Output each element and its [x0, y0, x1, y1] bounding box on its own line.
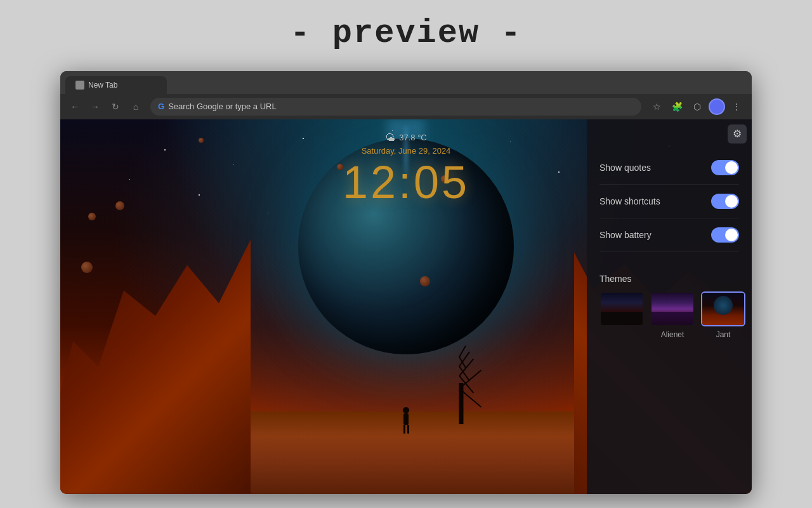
home-button[interactable]: ⌂	[128, 98, 144, 115]
star	[164, 149, 166, 150]
weather-info: 🌤 37.8 °C	[343, 132, 469, 144]
browser-tabs: New Tab	[60, 71, 752, 94]
human-leg-right	[407, 425, 409, 434]
weather-icon: 🌤	[385, 132, 395, 144]
star	[510, 142, 511, 142]
tree	[429, 348, 493, 424]
small-moon	[420, 276, 430, 286]
human-head	[403, 407, 409, 413]
show-quotes-label: Show quotes	[599, 163, 651, 173]
profile-extension-icon: ⬡	[693, 102, 701, 112]
theme-item-jant[interactable]: Jant	[701, 291, 745, 339]
human-body	[403, 413, 409, 425]
temperature: 37.8 °C	[399, 133, 427, 142]
small-moon	[88, 213, 96, 220]
profile-avatar[interactable]	[709, 98, 725, 115]
themes-section: Themes	[587, 265, 752, 348]
bookmark-button[interactable]: ☆	[648, 98, 665, 116]
show-quotes-knob	[725, 161, 738, 174]
show-battery-toggle[interactable]	[711, 227, 739, 243]
human-leg-left	[403, 425, 405, 434]
themes-grid: Alienet Jant	[599, 291, 739, 339]
browser-toolbar: ← → ↻ ⌂ G Search Google or type a URL	[60, 94, 752, 119]
show-battery-knob	[725, 229, 738, 241]
theme-thumbnail-alienet	[650, 291, 695, 326]
settings-content: Show quotes Show shortcuts	[587, 119, 752, 265]
star	[303, 138, 304, 139]
google-logo: G	[158, 102, 164, 111]
preview-title: - preview -	[290, 15, 521, 52]
extension-button[interactable]: 🧩	[668, 98, 686, 116]
extension-icon: 🧩	[672, 102, 683, 112]
browser-tab[interactable]: New Tab	[65, 76, 167, 94]
star	[233, 164, 234, 164]
refresh-button[interactable]: ↻	[107, 98, 124, 115]
theme-item-1[interactable]	[599, 291, 644, 339]
profile-extension-button[interactable]: ⬡	[688, 98, 706, 116]
clock-overlay: 🌤 37.8 °C Saturday, June 29, 2024 12:05	[343, 132, 469, 205]
browser-chrome: New Tab ← → ↻ ⌂ G Search Go	[60, 71, 752, 119]
gear-icon: ⚙	[733, 128, 742, 140]
theme-item-alienet[interactable]: Alienet	[650, 291, 695, 339]
refresh-icon: ↻	[112, 102, 119, 112]
browser-content: 🌤 37.8 °C Saturday, June 29, 2024 12:05 …	[60, 119, 752, 494]
show-quotes-row: Show quotes	[599, 151, 739, 185]
toolbar-icons: ☆ 🧩 ⬡ ⋮	[648, 98, 745, 116]
theme-thumbnail-1	[599, 291, 644, 326]
show-shortcuts-row: Show shortcuts	[599, 185, 739, 218]
clock-time: 12:05	[343, 159, 469, 205]
theme-thumbnail-jant	[701, 291, 745, 326]
human-silhouette	[403, 407, 409, 434]
small-moon	[199, 138, 204, 143]
tab-favicon	[75, 81, 84, 90]
back-button[interactable]: ←	[67, 98, 83, 115]
show-shortcuts-knob	[725, 195, 738, 208]
forward-icon: →	[91, 102, 100, 112]
menu-icon: ⋮	[732, 102, 741, 112]
home-icon: ⌂	[133, 102, 138, 112]
settings-gear-button[interactable]: ⚙	[728, 124, 747, 144]
back-icon: ←	[70, 102, 79, 112]
address-bar[interactable]: G Search Google or type a URL	[150, 98, 641, 116]
show-battery-label: Show battery	[599, 230, 652, 240]
tab-label: New Tab	[88, 81, 117, 90]
forward-button[interactable]: →	[87, 98, 103, 115]
star-icon: ☆	[653, 102, 661, 112]
show-shortcuts-label: Show shortcuts	[599, 196, 660, 206]
date-display: Saturday, June 29, 2024	[343, 146, 469, 156]
show-quotes-toggle[interactable]	[711, 160, 739, 175]
star	[558, 171, 560, 173]
star	[199, 194, 200, 196]
star	[268, 213, 268, 213]
settings-panel: Show quotes Show shortcuts	[587, 119, 752, 494]
theme-name-alienet: Alienet	[661, 330, 684, 339]
small-moon	[81, 262, 93, 273]
human-legs	[403, 425, 409, 434]
star	[129, 179, 130, 180]
show-battery-row: Show battery	[599, 218, 739, 252]
address-text: Search Google or type a URL	[168, 102, 277, 111]
page-wrapper: - preview - New Tab ← → ↻	[0, 15, 812, 494]
themes-title: Themes	[599, 274, 739, 284]
theme-name-jant: Jant	[716, 330, 731, 339]
browser-window: New Tab ← → ↻ ⌂ G Search Go	[60, 71, 752, 494]
show-shortcuts-toggle[interactable]	[711, 194, 739, 209]
menu-button[interactable]: ⋮	[728, 98, 745, 116]
